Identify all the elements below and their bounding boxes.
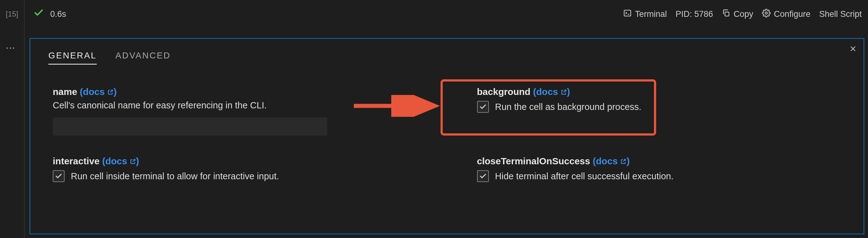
close-button[interactable] (849, 44, 858, 54)
configure-button[interactable]: Configure (762, 9, 810, 20)
svg-point-3 (765, 12, 768, 14)
tab-general[interactable]: GENERAL (49, 51, 97, 65)
copy-button[interactable]: Copy (722, 9, 753, 20)
execution-status: 0.6s (33, 7, 66, 21)
setting-interactive: interactive (docs ) Run cell inside term… (53, 156, 421, 182)
settings-grid: name (docs ) Cell's canonical name for e… (30, 65, 864, 202)
language-button[interactable]: Shell Script (819, 9, 862, 19)
toolbar-actions: Terminal PID: 5786 Copy Configure Shell … (623, 9, 862, 20)
execution-time: 0.6s (50, 9, 66, 19)
svg-rect-2 (725, 12, 729, 16)
background-checkbox[interactable] (477, 101, 489, 113)
copy-label: Copy (734, 9, 753, 19)
docs-link-background[interactable]: (docs ) (533, 87, 570, 97)
setting-name: name (docs ) Cell's canonical name for e… (53, 87, 421, 136)
background-checkbox-label: Run the cell as background process. (495, 102, 642, 112)
docs-link-name[interactable]: (docs ) (80, 87, 117, 97)
setting-name-desc: Cell's canonical name for easy referenci… (53, 100, 421, 111)
setting-interactive-title: interactive (docs ) (53, 156, 421, 167)
setting-close-terminal: closeTerminalOnSuccess (docs ) Hide term… (477, 156, 845, 182)
setting-name-title: name (docs ) (53, 87, 421, 97)
success-check-icon (33, 7, 44, 21)
cell-toolbar: [15] 0.6s Terminal PID: 5786 Copy Confi (0, 0, 868, 28)
pid-label: PID: 5786 (676, 9, 713, 19)
language-label: Shell Script (819, 9, 862, 19)
gear-icon (762, 9, 771, 20)
settings-tabs: GENERAL ADVANCED (30, 39, 864, 65)
gutter-divider (24, 0, 25, 238)
svg-rect-0 (624, 10, 631, 16)
terminal-icon (623, 9, 632, 20)
copy-icon (722, 9, 731, 20)
setting-close-terminal-title: closeTerminalOnSuccess (docs ) (477, 156, 845, 167)
docs-link-interactive[interactable]: (docs ) (102, 156, 139, 166)
configure-label: Configure (774, 9, 810, 19)
cell-more-icon[interactable]: ⋯ (6, 42, 16, 53)
terminal-button[interactable]: Terminal (623, 9, 667, 20)
cell-index: [15] (0, 10, 24, 19)
configure-panel: GENERAL ADVANCED name (docs ) Cell's can… (30, 38, 864, 234)
name-input[interactable] (53, 117, 327, 136)
docs-link-close-terminal[interactable]: (docs ) (593, 156, 630, 166)
close-terminal-checkbox-row: Hide terminal after cell successful exec… (477, 170, 845, 182)
tab-advanced[interactable]: ADVANCED (116, 51, 171, 65)
terminal-label: Terminal (635, 9, 667, 19)
interactive-checkbox-label: Run cell inside terminal to allow for in… (71, 171, 279, 181)
setting-background: background (docs ) Run the cell as backg… (477, 87, 845, 136)
close-terminal-checkbox[interactable] (477, 170, 489, 182)
setting-background-title: background (docs ) (477, 87, 845, 97)
interactive-checkbox[interactable] (53, 170, 65, 182)
close-terminal-checkbox-label: Hide terminal after cell successful exec… (495, 171, 674, 181)
interactive-checkbox-row: Run cell inside terminal to allow for in… (53, 170, 421, 182)
background-checkbox-row: Run the cell as background process. (477, 101, 845, 113)
